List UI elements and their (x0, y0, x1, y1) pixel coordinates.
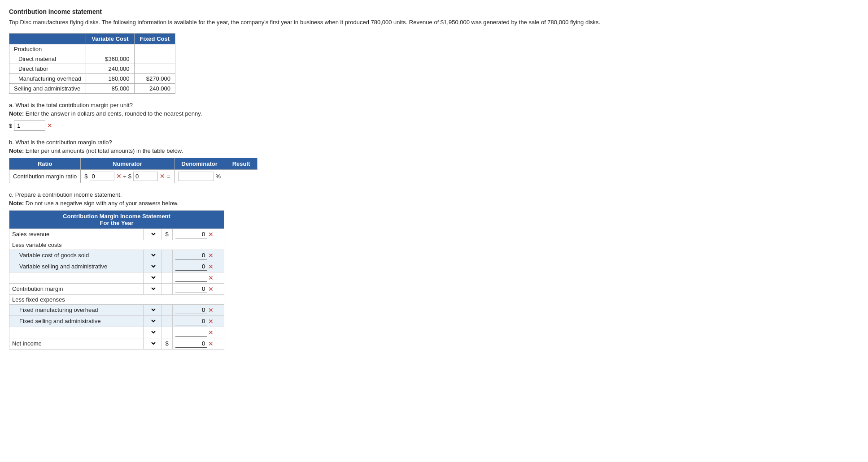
question-b-label: b. What is the contribution margin ratio… (9, 139, 859, 146)
fsga-input[interactable] (175, 317, 207, 325)
vsga-select-cell[interactable]: ↕ (143, 261, 161, 272)
clear-numerator-icon[interactable]: ✕ (116, 173, 122, 180)
ratio-row: Contribution margin ratio $ ✕ ÷ $ ✕ = % (9, 169, 257, 183)
question-c-note: Note: Do not use a negative sign with an… (9, 200, 859, 207)
income-row-sales: Sales revenue ↕ $ ✕ (9, 229, 224, 240)
net-income-input[interactable] (175, 340, 207, 348)
income-row-vcogs: Variable cost of goods sold ↕ ✕ (9, 250, 224, 261)
ratio-result-cell: % (174, 169, 225, 183)
vcogs-input[interactable] (175, 251, 207, 259)
fsga-dollar (161, 315, 172, 327)
fixed-subtotal-input[interactable] (175, 328, 207, 337)
variable-subtotal-label (9, 272, 144, 283)
income-row-less-variable: Less variable costs (9, 240, 224, 250)
vcogs-select-cell[interactable]: ↕ (143, 250, 161, 261)
variable-subtotal-clear[interactable]: ✕ (208, 274, 214, 281)
ratio-col-result: Result (225, 158, 257, 169)
fixed-subtotal-input-cell: ✕ (173, 327, 224, 338)
table-row: Direct material $360,000 (9, 54, 175, 64)
net-income-select[interactable]: ↕ (147, 340, 157, 347)
cm-input-cell: ✕ (173, 283, 224, 294)
sales-revenue-input[interactable] (175, 230, 207, 238)
sales-revenue-clear[interactable]: ✕ (208, 231, 214, 238)
variable-subtotal-dollar (161, 272, 172, 283)
question-c-label: c. Prepare a contribution income stateme… (9, 191, 859, 198)
sales-revenue-label: Sales revenue (9, 229, 144, 240)
vcogs-dollar (161, 250, 172, 261)
fixed-subtotal-dollar (161, 327, 172, 338)
fsga-clear[interactable]: ✕ (208, 318, 214, 325)
income-row-variable-subtotal: ↕ ✕ (9, 272, 224, 283)
vsga-dollar (161, 261, 172, 272)
table-row: Direct labor 240,000 (9, 64, 175, 73)
net-income-clear[interactable]: ✕ (208, 340, 214, 347)
net-income-label: Net income (9, 338, 144, 349)
vcogs-label: Variable cost of goods sold (9, 250, 144, 261)
denominator-dollar: $ (128, 173, 131, 180)
result-input[interactable] (178, 172, 214, 181)
ratio-col-denominator: Denominator (174, 158, 225, 169)
cm-select-cell[interactable]: ↕ (143, 283, 161, 294)
vsga-clear[interactable]: ✕ (208, 263, 214, 270)
ratio-table: Ratio Numerator Denominator Result Contr… (9, 158, 257, 183)
sales-revenue-select-cell[interactable]: ↕ (143, 229, 161, 240)
sales-revenue-input-cell: ✕ (173, 229, 224, 240)
clear-a-icon[interactable]: ✕ (47, 122, 52, 129)
numerator-dollar: $ (84, 173, 87, 180)
fixed-subtotal-select[interactable]: ↕ (147, 328, 157, 336)
vcogs-input-cell: ✕ (173, 250, 224, 261)
income-statement-table: Contribution Margin Income Statement For… (9, 210, 224, 350)
income-title: Contribution Margin Income Statement For… (9, 210, 224, 229)
table-row: Selling and administrative 85,000 240,00… (9, 83, 175, 93)
fixed-subtotal-select-cell[interactable]: ↕ (143, 327, 161, 338)
fmoh-input[interactable] (175, 306, 207, 314)
income-row-fixed-subtotal: ↕ ✕ (9, 327, 224, 338)
vsga-label: Variable selling and administrative (9, 261, 144, 272)
cm-clear[interactable]: ✕ (208, 285, 214, 293)
page-title: Contribution income statement (9, 8, 859, 15)
equals-sign: = (167, 173, 170, 180)
income-row-cm: Contribution margin ↕ ✕ (9, 283, 224, 294)
vcogs-clear[interactable]: ✕ (208, 252, 214, 259)
variable-subtotal-input[interactable] (175, 274, 207, 282)
fsga-input-cell: ✕ (173, 315, 224, 327)
fmoh-dollar (161, 304, 172, 315)
cm-input[interactable] (175, 285, 207, 293)
clear-denominator-icon[interactable]: ✕ (160, 173, 165, 180)
table-row: Manufacturing overhead 180,000 $270,000 (9, 73, 175, 83)
dollar-sign-a: $ (9, 122, 12, 129)
income-row-fsga: Fixed selling and administrative ↕ ✕ (9, 315, 224, 327)
fsga-select[interactable]: ↕ (147, 317, 157, 325)
cm-dollar (161, 283, 172, 294)
fmoh-select[interactable]: ↕ (147, 306, 157, 314)
data-table: Variable Cost Fixed Cost Production Dire… (9, 33, 175, 94)
sales-revenue-select[interactable]: ↕ (147, 230, 157, 238)
variable-subtotal-select[interactable]: ↕ (147, 274, 157, 281)
answer-a-input[interactable] (14, 121, 45, 131)
income-row-net-income: Net income ↕ $ ✕ (9, 338, 224, 349)
net-income-input-cell: ✕ (173, 338, 224, 349)
ratio-numerator-cell: $ ✕ ÷ $ ✕ = (81, 169, 174, 183)
income-row-fmoh: Fixed manufacturing overhead ↕ ✕ (9, 304, 224, 315)
ratio-label: Contribution margin ratio (9, 169, 81, 183)
fsga-select-cell[interactable]: ↕ (143, 315, 161, 327)
data-table-col-fixed: Fixed Cost (134, 33, 175, 44)
fmoh-select-cell[interactable]: ↕ (143, 304, 161, 315)
fixed-subtotal-label (9, 327, 144, 338)
vsga-select[interactable]: ↕ (147, 263, 157, 270)
data-table-col-label (9, 33, 86, 44)
fmoh-clear[interactable]: ✕ (208, 307, 214, 314)
answer-a-row: $ ✕ (9, 121, 859, 131)
vsga-input[interactable] (175, 263, 207, 271)
vcogs-select[interactable]: ↕ (147, 251, 157, 259)
income-row-less-fixed: Less fixed expenses (9, 294, 224, 304)
cm-select[interactable]: ↕ (147, 285, 157, 293)
net-income-select-cell[interactable]: ↕ (143, 338, 161, 349)
question-a-note: Note: Enter the answer in dollars and ce… (9, 110, 859, 117)
numerator-input[interactable] (90, 172, 114, 181)
denominator-input[interactable] (133, 172, 158, 181)
variable-subtotal-select-cell[interactable]: ↕ (143, 272, 161, 283)
fixed-subtotal-clear[interactable]: ✕ (208, 329, 214, 336)
less-variable-label: Less variable costs (9, 240, 224, 250)
data-table-col-variable: Variable Cost (86, 33, 134, 44)
